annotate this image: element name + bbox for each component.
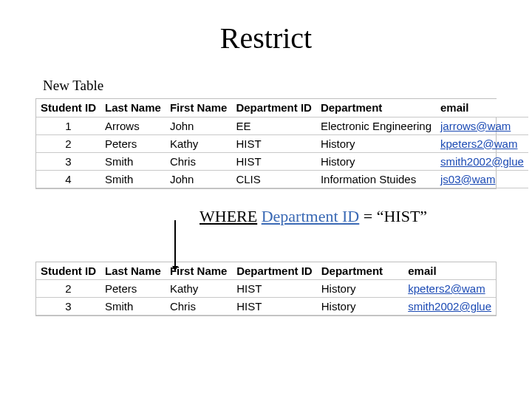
cell-ln: Smith: [100, 298, 166, 316]
cell-dep: History: [317, 280, 403, 298]
table-row: 2 Peters Kathy HIST History kpeters2@wam: [36, 134, 528, 152]
query-field: Department ID: [262, 207, 360, 225]
th-email: email: [436, 99, 528, 117]
cell-dep: Electronic Engineering: [316, 117, 436, 134]
cell-did: HIST: [231, 152, 316, 170]
th-last-name: Last Name: [100, 99, 166, 117]
cell-dep: History: [316, 152, 436, 170]
cell-ln: Smith: [100, 170, 166, 188]
email-link[interactable]: smith2002@glue: [408, 300, 491, 313]
cell-id: 3: [36, 152, 100, 170]
table-header-row: Student ID Last Name First Name Departme…: [36, 262, 496, 280]
th-student-id: Student ID: [36, 262, 100, 280]
cell-ln: Smith: [100, 152, 166, 170]
cell-dep: History: [316, 134, 436, 152]
cell-ln: Arrows: [100, 117, 166, 134]
th-department: Department: [316, 99, 436, 117]
th-student-id: Student ID: [36, 99, 100, 117]
th-last-name: Last Name: [100, 262, 166, 280]
th-department-id: Department ID: [231, 99, 316, 117]
th-first-name: First Name: [166, 99, 232, 117]
cell-fn: John: [166, 117, 232, 134]
table-row: 1 Arrows John EE Electronic Engineering …: [36, 117, 528, 134]
keyword-where: WHERE: [200, 207, 257, 225]
cell-id: 3: [36, 298, 100, 316]
table-row: 3 Smith Chris HIST History smith2002@glu…: [36, 152, 528, 170]
cell-did: HIST: [232, 280, 317, 298]
cell-did: HIST: [231, 134, 316, 152]
table-row: 4 Smith John CLIS Information Stuides js…: [36, 170, 528, 188]
query-clause: WHERE Department ID = “HIST”: [200, 207, 532, 226]
email-link[interactable]: kpeters2@wam: [440, 137, 517, 150]
cell-fn: Chris: [166, 152, 232, 170]
cell-id: 2: [36, 280, 100, 298]
page-title: Restrict: [0, 21, 532, 55]
cell-fn: Chris: [166, 298, 232, 316]
cell-did: CLIS: [231, 170, 316, 188]
cell-fn: John: [166, 170, 232, 188]
cell-did: EE: [231, 117, 316, 134]
email-link[interactable]: kpeters2@wam: [408, 282, 485, 295]
query-value: “HIST”: [377, 207, 427, 225]
email-link[interactable]: jarrows@wam: [440, 120, 511, 132]
cell-id: 2: [36, 134, 100, 152]
arrow-down-icon: [174, 220, 176, 270]
th-email: email: [403, 262, 496, 280]
cell-ln: Peters: [100, 280, 166, 298]
cell-id: 4: [36, 170, 100, 188]
table-row: 2 Peters Kathy HIST History kpeters2@wam: [36, 280, 496, 298]
table-row: 3 Smith Chris HIST History smith2002@glu…: [36, 298, 496, 316]
cell-dep: Information Stuides: [316, 170, 436, 188]
email-link[interactable]: smith2002@glue: [440, 155, 524, 168]
cell-dep: History: [317, 298, 403, 316]
cell-did: HIST: [232, 298, 317, 316]
query-equals: =: [364, 207, 377, 225]
cell-fn: Kathy: [166, 280, 232, 298]
source-table: Student ID Last Name First Name Departme…: [35, 98, 497, 189]
cell-id: 1: [36, 117, 100, 134]
th-department-id: Department ID: [232, 262, 317, 280]
th-department: Department: [317, 262, 403, 280]
cell-fn: Kathy: [166, 134, 232, 152]
cell-ln: Peters: [100, 134, 166, 152]
subtitle-new-table: New Table: [43, 78, 532, 94]
email-link[interactable]: js03@wam: [440, 173, 495, 185]
result-table: Student ID Last Name First Name Departme…: [35, 262, 497, 317]
table-header-row: Student ID Last Name First Name Departme…: [36, 99, 528, 117]
